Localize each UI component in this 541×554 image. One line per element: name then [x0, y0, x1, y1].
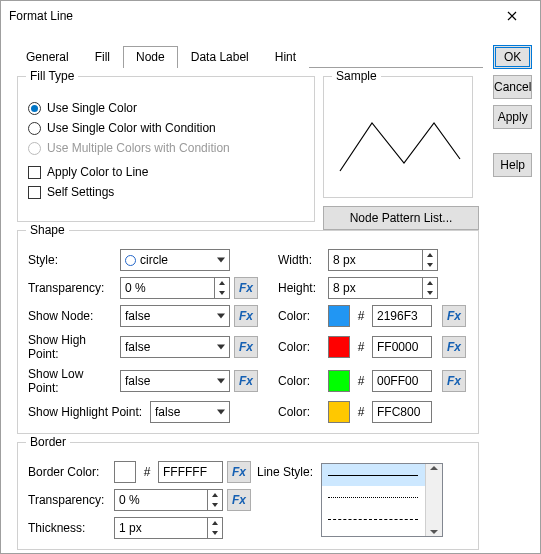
show-node-combo[interactable]: false: [120, 305, 230, 327]
height-label: Height:: [278, 281, 324, 295]
line-style-scrollbar[interactable]: [425, 464, 442, 536]
radio-use-multiple-colors-cond-label: Use Multiple Colors with Condition: [47, 141, 230, 155]
border-color-fx-button[interactable]: Fx: [227, 461, 251, 483]
style-label: Style:: [28, 253, 116, 267]
radio-use-single-color-cond-label: Use Single Color with Condition: [47, 121, 216, 135]
width-label: Width:: [278, 253, 324, 267]
node-color-swatch[interactable]: [328, 305, 350, 327]
tab-bar: General Fill Node Data Label Hint: [13, 45, 483, 68]
shape-legend: Shape: [26, 223, 69, 237]
highlight-point-color-swatch[interactable]: [328, 401, 350, 423]
titlebar: Format Line: [1, 1, 540, 31]
tab-hint[interactable]: Hint: [262, 46, 309, 68]
high-point-color-fx-button[interactable]: Fx: [442, 336, 466, 358]
border-transparency-label: Transparency:: [28, 493, 110, 507]
highlight-point-color-label: Color:: [278, 405, 324, 419]
show-low-point-combo[interactable]: false: [120, 370, 230, 392]
show-high-point-fx-button[interactable]: Fx: [234, 336, 258, 358]
thickness-label: Thickness:: [28, 521, 110, 535]
shape-group: Shape Style: circle Width: 8 px Transpar…: [17, 230, 479, 434]
node-color-label: Color:: [278, 309, 324, 323]
tab-fill[interactable]: Fill: [82, 46, 123, 68]
checkbox-self-settings[interactable]: [28, 186, 41, 199]
transparency-label: Transparency:: [28, 281, 116, 295]
circle-icon: [125, 255, 136, 266]
style-combo[interactable]: circle: [120, 249, 230, 271]
low-point-color-fx-button[interactable]: Fx: [442, 370, 466, 392]
chevron-down-icon: [430, 530, 438, 534]
border-legend: Border: [26, 435, 70, 449]
node-pattern-list-button[interactable]: Node Pattern List...: [323, 206, 479, 230]
tab-data-label[interactable]: Data Label: [178, 46, 262, 68]
high-point-color-label: Color:: [278, 340, 324, 354]
low-point-color-label: Color:: [278, 374, 324, 388]
fill-type-group: Fill Type Use Single Color Use Single Co…: [17, 76, 315, 222]
show-node-label: Show Node:: [28, 309, 116, 323]
low-point-color-swatch[interactable]: [328, 370, 350, 392]
low-point-color-hex-input[interactable]: 00FF00: [372, 370, 432, 392]
show-highlight-point-label: Show Highlight Point:: [28, 405, 146, 419]
show-low-point-label: Show Low Point:: [28, 367, 116, 395]
show-node-fx-button[interactable]: Fx: [234, 305, 258, 327]
width-stepper[interactable]: 8 px: [328, 249, 438, 271]
window-title: Format Line: [9, 9, 492, 23]
line-style-label: Line Style:: [257, 465, 317, 479]
show-highlight-point-combo[interactable]: false: [150, 401, 230, 423]
close-button[interactable]: [492, 2, 532, 30]
chevron-up-icon: [430, 466, 438, 470]
radio-use-single-color-cond[interactable]: [28, 122, 41, 135]
close-icon: [507, 11, 517, 21]
radio-use-multiple-colors-cond: [28, 142, 41, 155]
checkbox-apply-color-to-line-label: Apply Color to Line: [47, 165, 148, 179]
line-style-list[interactable]: [321, 463, 443, 537]
line-style-item-solid[interactable]: [322, 464, 425, 486]
height-stepper[interactable]: 8 px: [328, 277, 438, 299]
sample-preview: [332, 93, 464, 189]
show-high-point-label: Show High Point:: [28, 333, 116, 361]
border-transparency-stepper[interactable]: 0 %: [114, 489, 223, 511]
cancel-button[interactable]: Cancel: [493, 75, 532, 99]
line-style-item-dotted[interactable]: [322, 486, 425, 508]
fill-type-legend: Fill Type: [26, 69, 78, 83]
border-color-label: Border Color:: [28, 465, 110, 479]
sample-line-icon: [332, 93, 470, 189]
transparency-stepper[interactable]: 0 %: [120, 277, 230, 299]
highlight-point-color-hex-input[interactable]: FFC800: [372, 401, 432, 423]
checkbox-apply-color-to-line[interactable]: [28, 166, 41, 179]
high-point-color-swatch[interactable]: [328, 336, 350, 358]
thickness-stepper[interactable]: 1 px: [114, 517, 223, 539]
node-color-hex-input[interactable]: 2196F3: [372, 305, 432, 327]
transparency-fx-button[interactable]: Fx: [234, 277, 258, 299]
checkbox-self-settings-label: Self Settings: [47, 185, 114, 199]
show-low-point-fx-button[interactable]: Fx: [234, 370, 258, 392]
radio-use-single-color-label: Use Single Color: [47, 101, 137, 115]
ok-button[interactable]: OK: [493, 45, 532, 69]
format-line-dialog: Format Line General Fill Node Data Label…: [0, 0, 541, 554]
border-color-hex-input[interactable]: FFFFFF: [158, 461, 223, 483]
tab-node[interactable]: Node: [123, 46, 178, 68]
line-style-item-dashed[interactable]: [322, 508, 425, 530]
border-group: Border Border Color: # FFFFFF Fx Line St…: [17, 442, 479, 550]
node-color-fx-button[interactable]: Fx: [442, 305, 466, 327]
border-color-swatch[interactable]: [114, 461, 136, 483]
show-high-point-combo[interactable]: false: [120, 336, 230, 358]
tab-general[interactable]: General: [13, 46, 82, 68]
apply-button[interactable]: Apply: [493, 105, 532, 129]
radio-use-single-color[interactable]: [28, 102, 41, 115]
high-point-color-hex-input[interactable]: FF0000: [372, 336, 432, 358]
sample-legend: Sample: [332, 69, 381, 83]
border-transparency-fx-button[interactable]: Fx: [227, 489, 251, 511]
help-button[interactable]: Help: [493, 153, 532, 177]
sample-group: Sample: [323, 76, 473, 198]
